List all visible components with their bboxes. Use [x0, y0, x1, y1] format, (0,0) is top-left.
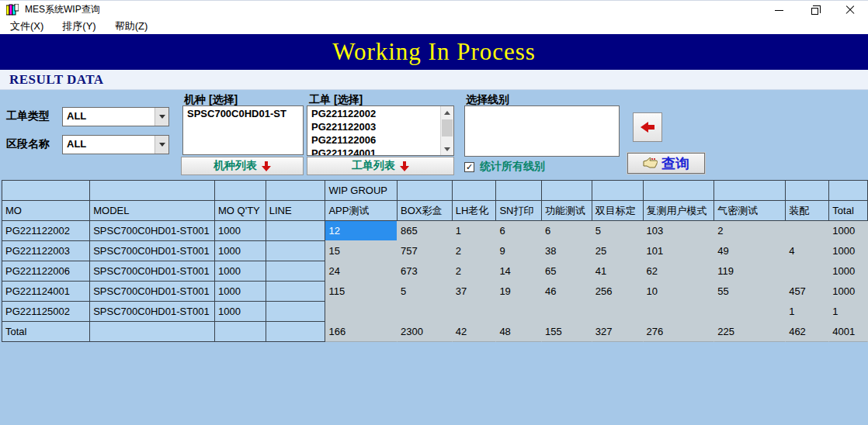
table-cell[interactable]	[714, 302, 786, 322]
table-cell[interactable]: SPSC700C0HD01-ST001	[90, 241, 215, 261]
table-cell[interactable]: 49	[714, 241, 786, 261]
table-cell[interactable]: 48	[496, 322, 542, 342]
table-cell[interactable]: 1	[829, 302, 868, 322]
table-cell[interactable]: 256	[592, 282, 644, 302]
table-cell[interactable]	[266, 241, 326, 261]
table-cell[interactable]: 62	[644, 261, 715, 282]
table-cell[interactable]: 225	[714, 322, 786, 342]
table-cell[interactable]: 5	[592, 221, 644, 241]
table-cell[interactable]	[496, 302, 542, 322]
table-cell[interactable]: 1	[453, 221, 497, 241]
scrollbar[interactable]	[440, 106, 453, 155]
table-cell[interactable]: 1000	[829, 241, 868, 261]
table-cell[interactable]	[266, 221, 326, 241]
workorder-list-item[interactable]: PG221122002	[307, 107, 440, 120]
table-cell[interactable]: 327	[592, 322, 644, 342]
table-cell[interactable]: 10	[644, 282, 715, 302]
scroll-up-icon[interactable]	[441, 106, 453, 119]
table-cell[interactable]	[90, 322, 215, 342]
minimize-button[interactable]	[761, 1, 797, 19]
table-cell[interactable]: 462	[786, 322, 829, 342]
model-listbox[interactable]: SPSC700C0HD01-ST	[182, 105, 304, 155]
menu-help[interactable]: 帮助(Z)	[113, 19, 151, 34]
table-cell[interactable]: 1000	[829, 282, 868, 302]
table-cell[interactable]: 276	[644, 322, 715, 342]
table-cell[interactable]: 6	[496, 221, 542, 241]
table-cell[interactable]	[592, 302, 644, 322]
table-cell[interactable]: 1000	[829, 221, 868, 241]
table-cell[interactable]: 55	[714, 282, 786, 302]
table-cell[interactable]: PG221124001	[2, 282, 90, 302]
table-cell[interactable]: 41	[592, 261, 644, 282]
table-cell[interactable]: 2	[714, 221, 786, 241]
move-left-button[interactable]	[633, 112, 662, 142]
table-cell[interactable]: 5	[398, 282, 453, 302]
workorder-list-button[interactable]: 工单列表	[307, 157, 454, 175]
table-cell[interactable]: 15	[325, 241, 398, 261]
table-cell[interactable]: 103	[644, 221, 715, 241]
table-cell[interactable]: 1	[786, 302, 829, 322]
table-cell[interactable]: 1000	[215, 282, 266, 302]
scroll-down-icon[interactable]	[441, 143, 453, 155]
table-cell[interactable]: 24	[325, 261, 398, 282]
table-cell[interactable]: Total	[2, 322, 90, 342]
workorder-list-item[interactable]: PG221124001	[307, 147, 440, 155]
table-cell[interactable]: PG221122002	[2, 221, 90, 241]
table-cell[interactable]: 155	[542, 322, 592, 342]
table-cell[interactable]	[542, 302, 592, 322]
table-cell[interactable]: 6	[542, 221, 592, 241]
order-type-select[interactable]: ALL	[62, 107, 169, 126]
table-cell[interactable]: 42	[453, 322, 497, 342]
table-cell[interactable]: 2300	[398, 322, 453, 342]
table-cell[interactable]	[215, 322, 266, 342]
table-cell[interactable]: 38	[542, 241, 592, 261]
table-cell[interactable]: PG221122003	[2, 241, 90, 261]
table-cell[interactable]: 115	[325, 282, 398, 302]
table-cell[interactable]: 1000	[215, 302, 266, 322]
table-cell[interactable]: 166	[325, 322, 398, 342]
table-cell[interactable]: SPSC700C0HD01-ST001	[90, 221, 215, 241]
scrollbar-thumb[interactable]	[442, 119, 453, 136]
line-listbox[interactable]	[464, 105, 620, 157]
table-cell[interactable]: 119	[714, 261, 786, 282]
query-button[interactable]: 查询	[627, 153, 705, 174]
table-cell[interactable]: 19	[496, 282, 542, 302]
table-cell[interactable]: PG221125002	[2, 302, 90, 322]
table-cell[interactable]	[325, 302, 398, 322]
table-cell[interactable]: 2	[453, 241, 497, 261]
checkbox-checked-icon[interactable]: ✓	[464, 162, 474, 172]
table-cell[interactable]: 757	[398, 241, 453, 261]
workorder-listbox[interactable]: PG221122002PG221122003PG221122006PG22112…	[307, 105, 454, 156]
menu-sort[interactable]: 排序(Y)	[60, 19, 98, 34]
model-list-button[interactable]: 机种列表	[181, 157, 304, 175]
table-cell[interactable]: 4001	[829, 322, 868, 342]
table-cell[interactable]: 1000	[215, 241, 266, 261]
model-list-item[interactable]: SPSC700C0HD01-ST	[183, 107, 303, 120]
chevron-down-icon[interactable]	[155, 108, 168, 126]
table-cell[interactable]: 4	[786, 241, 829, 261]
table-cell[interactable]	[266, 322, 326, 342]
table-cell[interactable]	[644, 302, 715, 322]
table-cell[interactable]: SPSC700C0HD01-ST001	[90, 261, 215, 282]
table-cell[interactable]: 457	[786, 282, 829, 302]
chevron-down-icon[interactable]	[155, 136, 168, 154]
table-cell[interactable]: 865	[398, 221, 453, 241]
table-cell[interactable]: SPSC700C0HD01-ST001	[90, 282, 215, 302]
selected-cell[interactable]: 12	[325, 221, 398, 241]
close-button[interactable]	[832, 1, 868, 19]
table-cell[interactable]: 101	[644, 241, 715, 261]
table-cell[interactable]	[266, 282, 326, 302]
table-cell[interactable]: 46	[542, 282, 592, 302]
table-cell[interactable]: 2	[453, 261, 497, 282]
section-name-select[interactable]: ALL	[62, 135, 169, 154]
table-cell[interactable]: SPSC700C0HD01-ST001	[90, 302, 215, 322]
workorder-list-item[interactable]: PG221122003	[307, 120, 440, 133]
table-cell[interactable]: 65	[542, 261, 592, 282]
table-cell[interactable]	[786, 221, 829, 241]
table-cell[interactable]: 14	[496, 261, 542, 282]
table-cell[interactable]: 1000	[829, 261, 868, 282]
table-cell[interactable]: 1000	[215, 261, 266, 282]
table-cell[interactable]: 37	[453, 282, 497, 302]
table-cell[interactable]	[453, 302, 497, 322]
table-cell[interactable]	[786, 261, 829, 282]
